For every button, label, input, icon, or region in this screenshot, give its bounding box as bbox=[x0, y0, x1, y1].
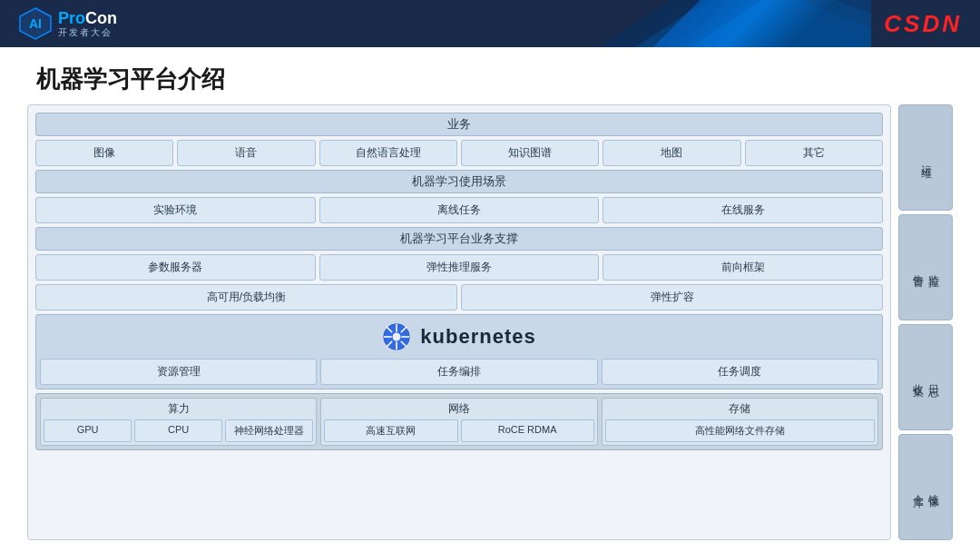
platform-support-row1: 参数服务器 弹性推理服务 前向框架 bbox=[35, 254, 883, 281]
list-item: 图像 bbox=[35, 140, 173, 166]
compute-group-network: 网络 高速互联网 RoCE RDMA bbox=[320, 398, 597, 446]
list-item: 前向框架 bbox=[603, 254, 883, 281]
compute-group-header-storage: 存储 bbox=[605, 401, 875, 417]
header: AI ProCon 开发者大会 CSDN bbox=[0, 0, 980, 47]
compute-section: 算力 GPU CPU 神经网络处理器 网络 高速互联网 RoCE RDMA 存储 bbox=[35, 393, 883, 450]
header-decoration bbox=[599, 0, 871, 47]
kubernetes-banner: kubernetes bbox=[40, 319, 878, 355]
svg-point-6 bbox=[393, 333, 401, 341]
platform-support-row2: 高可用/负载均衡 弹性扩容 bbox=[35, 284, 883, 310]
compute-network-items: 高速互联网 RoCE RDMA bbox=[324, 419, 593, 442]
list-item: 地图 bbox=[603, 140, 740, 166]
kubernetes-logo bbox=[382, 322, 411, 351]
right-sidebar: 运维 监控告警 日志收集 镜像仓库 bbox=[898, 104, 953, 540]
kubernetes-items: 资源管理 任务编排 任务调度 bbox=[40, 359, 878, 385]
list-item: GPU bbox=[44, 419, 132, 442]
sidebar-item-jingxiang: 镜像仓库 bbox=[898, 434, 953, 540]
use-scene-header: 机器学习使用场景 bbox=[35, 170, 883, 193]
page-title-area: 机器学习平台介绍 bbox=[0, 47, 980, 104]
list-item: 资源管理 bbox=[40, 359, 317, 385]
platform-support-section: 机器学习平台业务支撑 参数服务器 弹性推理服务 前向框架 高可用/负载均衡 弹性… bbox=[35, 227, 883, 310]
business-items: 图像 语音 自然语言处理 知识图谱 地图 其它 bbox=[35, 140, 883, 166]
compute-group-storage: 存储 高性能网络文件存储 bbox=[602, 398, 878, 446]
use-scene-section: 机器学习使用场景 实验环境 离线任务 在线服务 bbox=[35, 170, 883, 223]
compute-group-header-network: 网络 bbox=[324, 401, 593, 417]
csdn-logo: CSDN bbox=[884, 10, 962, 38]
list-item: 其它 bbox=[745, 140, 883, 166]
compute-group-header: 算力 bbox=[44, 401, 313, 417]
platform-support-header: 机器学习平台业务支撑 bbox=[35, 227, 883, 251]
compute-storage-items: 高性能网络文件存储 bbox=[605, 419, 875, 442]
sidebar-item-rizhi: 日志收集 bbox=[898, 324, 953, 430]
svg-marker-2 bbox=[599, 0, 871, 47]
sidebar-item-jiankon: 监控告警 bbox=[898, 214, 953, 320]
list-item: 高可用/负载均衡 bbox=[35, 284, 457, 310]
list-item: 语音 bbox=[177, 140, 315, 166]
list-item: 高性能网络文件存储 bbox=[605, 419, 875, 442]
list-item: 离线任务 bbox=[319, 197, 600, 223]
diagram-area: 业务 图像 语音 自然语言处理 知识图谱 地图 其它 机器学习使用场景 实验环境… bbox=[27, 104, 891, 540]
list-item: 在线服务 bbox=[603, 197, 883, 223]
business-section: 业务 图像 语音 自然语言处理 知识图谱 地图 其它 bbox=[35, 113, 883, 166]
list-item: 弹性推理服务 bbox=[319, 254, 600, 281]
list-item: 神经网络处理器 bbox=[225, 419, 313, 442]
sidebar-item-yunwei: 运维 bbox=[898, 104, 953, 211]
conference-label: 开发者大会 bbox=[58, 27, 117, 37]
list-item: 实验环境 bbox=[35, 197, 316, 223]
compute-suanli-items: GPU CPU 神经网络处理器 bbox=[44, 419, 313, 442]
compute-group-suanli: 算力 GPU CPU 神经网络处理器 bbox=[40, 398, 317, 446]
use-scene-items: 实验环境 离线任务 在线服务 bbox=[35, 197, 883, 223]
kubernetes-text: kubernetes bbox=[420, 325, 535, 349]
procon-label: ProCon bbox=[58, 10, 117, 28]
header-logo: AI ProCon 开发者大会 bbox=[18, 6, 117, 41]
list-item: RoCE RDMA bbox=[461, 419, 594, 442]
page-title: 机器学习平台介绍 bbox=[36, 64, 944, 95]
list-item: 自然语言处理 bbox=[319, 140, 457, 166]
list-item: 任务编排 bbox=[320, 359, 597, 385]
list-item: 高速互联网 bbox=[324, 419, 457, 442]
list-item: 知识图谱 bbox=[461, 140, 599, 166]
svg-marker-4 bbox=[690, 0, 871, 47]
kubernetes-section: kubernetes 资源管理 任务编排 任务调度 bbox=[35, 314, 883, 389]
main-content: 业务 图像 语音 自然语言处理 知识图谱 地图 其它 机器学习使用场景 实验环境… bbox=[0, 104, 980, 549]
ai-logo-icon: AI bbox=[18, 6, 53, 41]
list-item: 弹性扩容 bbox=[461, 284, 883, 310]
svg-marker-3 bbox=[635, 0, 871, 47]
business-header: 业务 bbox=[35, 113, 883, 136]
list-item: 参数服务器 bbox=[35, 254, 316, 281]
list-item: 任务调度 bbox=[602, 359, 878, 385]
svg-text:AI: AI bbox=[29, 16, 42, 31]
list-item: CPU bbox=[134, 419, 222, 442]
